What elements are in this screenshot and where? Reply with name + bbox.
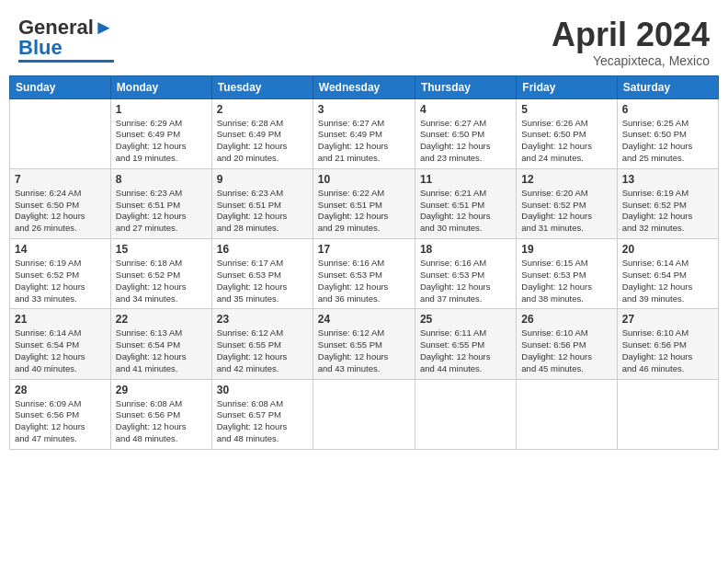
day-number: 6	[622, 103, 713, 116]
day-info: Sunrise: 6:22 AM Sunset: 6:51 PM Dayligh…	[318, 188, 410, 235]
day-cell: 14Sunrise: 6:19 AM Sunset: 6:52 PM Dayli…	[10, 239, 111, 309]
day-cell: 29Sunrise: 6:08 AM Sunset: 6:56 PM Dayli…	[110, 379, 211, 449]
day-info: Sunrise: 6:10 AM Sunset: 6:56 PM Dayligh…	[622, 327, 713, 374]
week-row-1: 1Sunrise: 6:29 AM Sunset: 6:49 PM Daylig…	[10, 98, 719, 168]
day-cell: 30Sunrise: 6:08 AM Sunset: 6:57 PM Dayli…	[211, 379, 313, 449]
day-cell: 9Sunrise: 6:23 AM Sunset: 6:51 PM Daylig…	[211, 168, 313, 238]
day-cell	[10, 98, 111, 168]
day-cell: 1Sunrise: 6:29 AM Sunset: 6:49 PM Daylig…	[110, 98, 211, 168]
day-info: Sunrise: 6:12 AM Sunset: 6:55 PM Dayligh…	[318, 327, 410, 374]
day-info: Sunrise: 6:09 AM Sunset: 6:56 PM Dayligh…	[15, 398, 106, 445]
day-number: 7	[15, 173, 106, 186]
day-number: 5	[521, 103, 611, 116]
day-cell: 5Sunrise: 6:26 AM Sunset: 6:50 PM Daylig…	[517, 98, 617, 168]
day-number: 30	[217, 384, 308, 396]
weekday-sunday: Sunday	[10, 75, 111, 98]
day-number: 21	[15, 313, 106, 326]
day-number: 25	[420, 313, 511, 326]
day-number: 10	[318, 173, 410, 186]
day-number: 17	[318, 243, 410, 256]
day-cell: 19Sunrise: 6:15 AM Sunset: 6:53 PM Dayli…	[517, 239, 617, 309]
day-cell: 24Sunrise: 6:12 AM Sunset: 6:55 PM Dayli…	[313, 309, 415, 379]
day-cell	[617, 379, 718, 449]
day-info: Sunrise: 6:08 AM Sunset: 6:57 PM Dayligh…	[217, 398, 308, 445]
day-info: Sunrise: 6:26 AM Sunset: 6:50 PM Dayligh…	[521, 118, 611, 165]
day-cell: 27Sunrise: 6:10 AM Sunset: 6:56 PM Dayli…	[617, 309, 718, 379]
day-number: 13	[622, 173, 713, 186]
day-cell: 23Sunrise: 6:12 AM Sunset: 6:55 PM Dayli…	[211, 309, 313, 379]
day-info: Sunrise: 6:18 AM Sunset: 6:52 PM Dayligh…	[116, 258, 207, 304]
day-number: 8	[116, 173, 207, 186]
day-info: Sunrise: 6:27 AM Sunset: 6:49 PM Dayligh…	[318, 118, 410, 165]
day-number: 26	[521, 313, 611, 326]
location-title: Yecapixteca, Mexico	[552, 53, 710, 68]
weekday-header: SundayMondayTuesdayWednesdayThursdayFrid…	[10, 75, 719, 98]
weekday-saturday: Saturday	[617, 75, 718, 98]
day-cell: 7Sunrise: 6:24 AM Sunset: 6:50 PM Daylig…	[10, 168, 111, 238]
header: General► Blue April 2024 Yecapixteca, Me…	[9, 9, 719, 72]
day-info: Sunrise: 6:23 AM Sunset: 6:51 PM Dayligh…	[217, 188, 308, 235]
day-number: 14	[15, 243, 106, 256]
logo-underline	[18, 60, 114, 63]
day-cell: 3Sunrise: 6:27 AM Sunset: 6:49 PM Daylig…	[313, 98, 415, 168]
day-info: Sunrise: 6:27 AM Sunset: 6:50 PM Dayligh…	[420, 118, 511, 165]
calendar-body: 1Sunrise: 6:29 AM Sunset: 6:49 PM Daylig…	[10, 98, 719, 449]
day-number: 19	[521, 243, 611, 256]
day-cell: 20Sunrise: 6:14 AM Sunset: 6:54 PM Dayli…	[617, 239, 718, 309]
day-cell: 25Sunrise: 6:11 AM Sunset: 6:55 PM Dayli…	[415, 309, 516, 379]
day-info: Sunrise: 6:24 AM Sunset: 6:50 PM Dayligh…	[15, 188, 106, 235]
day-cell: 22Sunrise: 6:13 AM Sunset: 6:54 PM Dayli…	[110, 309, 211, 379]
weekday-thursday: Thursday	[415, 75, 516, 98]
day-info: Sunrise: 6:13 AM Sunset: 6:54 PM Dayligh…	[116, 327, 207, 374]
day-number: 28	[15, 384, 106, 396]
logo-text2: Blue	[18, 37, 63, 59]
week-row-5: 28Sunrise: 6:09 AM Sunset: 6:56 PM Dayli…	[10, 379, 719, 449]
day-cell: 16Sunrise: 6:17 AM Sunset: 6:53 PM Dayli…	[211, 239, 313, 309]
day-number: 23	[217, 313, 308, 326]
day-cell: 6Sunrise: 6:25 AM Sunset: 6:50 PM Daylig…	[617, 98, 718, 168]
day-info: Sunrise: 6:10 AM Sunset: 6:56 PM Dayligh…	[521, 327, 611, 374]
day-number: 3	[318, 103, 410, 116]
day-cell: 10Sunrise: 6:22 AM Sunset: 6:51 PM Dayli…	[313, 168, 415, 238]
day-cell: 17Sunrise: 6:16 AM Sunset: 6:53 PM Dayli…	[313, 239, 415, 309]
day-info: Sunrise: 6:21 AM Sunset: 6:51 PM Dayligh…	[420, 188, 511, 235]
day-cell: 13Sunrise: 6:19 AM Sunset: 6:52 PM Dayli…	[617, 168, 718, 238]
day-info: Sunrise: 6:11 AM Sunset: 6:55 PM Dayligh…	[420, 327, 511, 374]
day-cell: 8Sunrise: 6:23 AM Sunset: 6:51 PM Daylig…	[110, 168, 211, 238]
day-number: 24	[318, 313, 410, 326]
day-number: 4	[420, 103, 511, 116]
day-cell: 21Sunrise: 6:14 AM Sunset: 6:54 PM Dayli…	[10, 309, 111, 379]
day-number: 29	[116, 384, 207, 396]
day-info: Sunrise: 6:25 AM Sunset: 6:50 PM Dayligh…	[622, 118, 713, 165]
day-cell	[517, 379, 617, 449]
day-cell: 11Sunrise: 6:21 AM Sunset: 6:51 PM Dayli…	[415, 168, 516, 238]
day-info: Sunrise: 6:28 AM Sunset: 6:49 PM Dayligh…	[217, 118, 308, 165]
day-info: Sunrise: 6:15 AM Sunset: 6:53 PM Dayligh…	[521, 258, 611, 304]
day-number: 16	[217, 243, 308, 256]
day-number: 9	[217, 173, 308, 186]
day-number: 1	[116, 103, 207, 116]
day-number: 20	[622, 243, 713, 256]
day-info: Sunrise: 6:14 AM Sunset: 6:54 PM Dayligh…	[622, 258, 713, 304]
day-cell: 15Sunrise: 6:18 AM Sunset: 6:52 PM Dayli…	[110, 239, 211, 309]
month-title: April 2024	[552, 17, 710, 53]
day-info: Sunrise: 6:08 AM Sunset: 6:56 PM Dayligh…	[116, 398, 207, 445]
day-number: 22	[116, 313, 207, 326]
title-block: April 2024 Yecapixteca, Mexico	[552, 17, 710, 68]
day-info: Sunrise: 6:19 AM Sunset: 6:52 PM Dayligh…	[622, 188, 713, 235]
day-info: Sunrise: 6:16 AM Sunset: 6:53 PM Dayligh…	[318, 258, 410, 304]
day-number: 2	[217, 103, 308, 116]
day-number: 12	[521, 173, 611, 186]
week-row-2: 7Sunrise: 6:24 AM Sunset: 6:50 PM Daylig…	[10, 168, 719, 238]
day-info: Sunrise: 6:20 AM Sunset: 6:52 PM Dayligh…	[521, 188, 611, 235]
weekday-wednesday: Wednesday	[313, 75, 415, 98]
weekday-monday: Monday	[110, 75, 211, 98]
day-info: Sunrise: 6:29 AM Sunset: 6:49 PM Dayligh…	[116, 118, 207, 165]
day-cell: 12Sunrise: 6:20 AM Sunset: 6:52 PM Dayli…	[517, 168, 617, 238]
day-number: 27	[622, 313, 713, 326]
logo: General► Blue	[18, 17, 114, 63]
day-cell: 18Sunrise: 6:16 AM Sunset: 6:53 PM Dayli…	[415, 239, 516, 309]
day-cell: 4Sunrise: 6:27 AM Sunset: 6:50 PM Daylig…	[415, 98, 516, 168]
day-number: 11	[420, 173, 511, 186]
day-info: Sunrise: 6:14 AM Sunset: 6:54 PM Dayligh…	[15, 327, 106, 374]
